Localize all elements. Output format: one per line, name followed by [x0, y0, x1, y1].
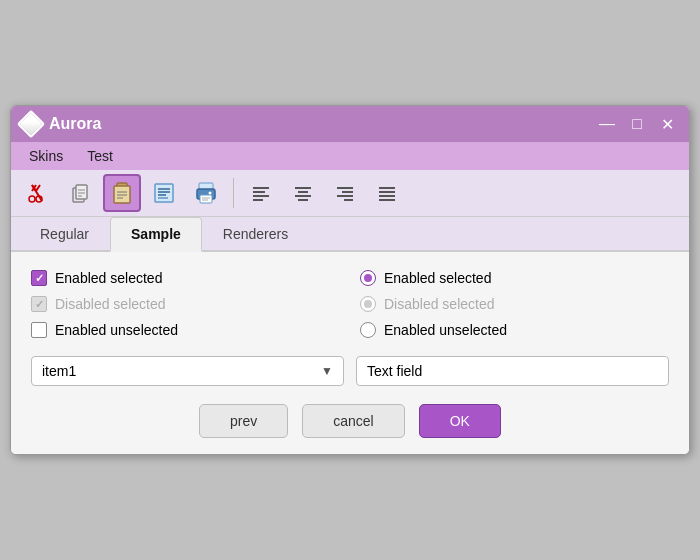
tab-renderers[interactable]: Renderers	[202, 217, 309, 250]
maximize-button[interactable]: □	[625, 112, 649, 136]
inputs-row: item1 ▼	[31, 356, 669, 386]
cut-button[interactable]	[19, 174, 57, 212]
cancel-button[interactable]: cancel	[302, 404, 404, 438]
justify-button[interactable]	[368, 174, 406, 212]
checkbox-enabled-unselected-row: Enabled unselected	[31, 322, 340, 338]
menu-test[interactable]: Test	[75, 144, 125, 168]
action-buttons: prev cancel OK	[31, 404, 669, 438]
radio-enabled-unselected-label: Enabled unselected	[384, 322, 507, 338]
title-bar: Aurora — □ ✕	[11, 106, 689, 142]
window-controls: — □ ✕	[595, 112, 679, 136]
checkbox-enabled-unselected[interactable]	[31, 322, 47, 338]
justify-icon	[375, 181, 399, 205]
text-field-input[interactable]	[356, 356, 669, 386]
format-icon	[152, 181, 176, 205]
radio-disabled-selected-row: Disabled selected	[360, 296, 669, 312]
minimize-button[interactable]: —	[595, 112, 619, 136]
tab-sample[interactable]: Sample	[110, 217, 202, 252]
align-center-icon	[291, 181, 315, 205]
copy-icon	[68, 181, 92, 205]
align-right-button[interactable]	[326, 174, 364, 212]
radio-enabled-unselected-row: Enabled unselected	[360, 322, 669, 338]
svg-rect-7	[76, 185, 87, 199]
checkbox-enabled-unselected-label: Enabled unselected	[55, 322, 178, 338]
checkbox-enabled-selected[interactable]	[31, 270, 47, 286]
close-button[interactable]: ✕	[655, 112, 679, 136]
print-icon	[194, 181, 218, 205]
paste-button[interactable]	[103, 174, 141, 212]
window-title: Aurora	[49, 115, 587, 133]
radio-enabled-unselected[interactable]	[360, 322, 376, 338]
dropdown-value: item1	[42, 363, 76, 379]
prev-button[interactable]: prev	[199, 404, 288, 438]
checkbox-disabled-selected-label: Disabled selected	[55, 296, 166, 312]
checkbox-enabled-selected-label: Enabled selected	[55, 270, 162, 286]
ok-button[interactable]: OK	[419, 404, 501, 438]
checkbox-enabled-selected-row: Enabled selected	[31, 270, 340, 286]
radio-disabled-selected-label: Disabled selected	[384, 296, 495, 312]
app-icon	[17, 110, 45, 138]
paste-icon	[110, 181, 134, 205]
copy-button[interactable]	[61, 174, 99, 212]
content-area: Enabled selected Enabled selected Disabl…	[11, 252, 689, 454]
radio-enabled-selected[interactable]	[360, 270, 376, 286]
align-left-icon	[249, 181, 273, 205]
checkbox-disabled-selected	[31, 296, 47, 312]
toolbar	[11, 170, 689, 217]
svg-point-24	[209, 192, 212, 195]
radio-enabled-selected-row: Enabled selected	[360, 270, 669, 286]
dropdown-arrow-icon: ▼	[321, 364, 333, 378]
toolbar-separator	[233, 178, 234, 208]
checkbox-disabled-selected-row: Disabled selected	[31, 296, 340, 312]
align-left-button[interactable]	[242, 174, 280, 212]
align-center-button[interactable]	[284, 174, 322, 212]
controls-grid: Enabled selected Enabled selected Disabl…	[31, 270, 669, 338]
svg-rect-16	[155, 184, 173, 202]
radio-disabled-selected	[360, 296, 376, 312]
tabs-bar: Regular Sample Renderers	[11, 217, 689, 252]
cut-icon	[26, 181, 50, 205]
svg-point-2	[29, 196, 35, 202]
app-window: Aurora — □ ✕ Skins Test	[10, 105, 690, 455]
tab-regular[interactable]: Regular	[19, 217, 110, 250]
dropdown[interactable]: item1 ▼	[31, 356, 344, 386]
menu-bar: Skins Test	[11, 142, 689, 170]
radio-enabled-selected-label: Enabled selected	[384, 270, 491, 286]
print-button[interactable]	[187, 174, 225, 212]
menu-skins[interactable]: Skins	[17, 144, 75, 168]
svg-rect-23	[200, 195, 212, 203]
format-button[interactable]	[145, 174, 183, 212]
align-right-icon	[333, 181, 357, 205]
